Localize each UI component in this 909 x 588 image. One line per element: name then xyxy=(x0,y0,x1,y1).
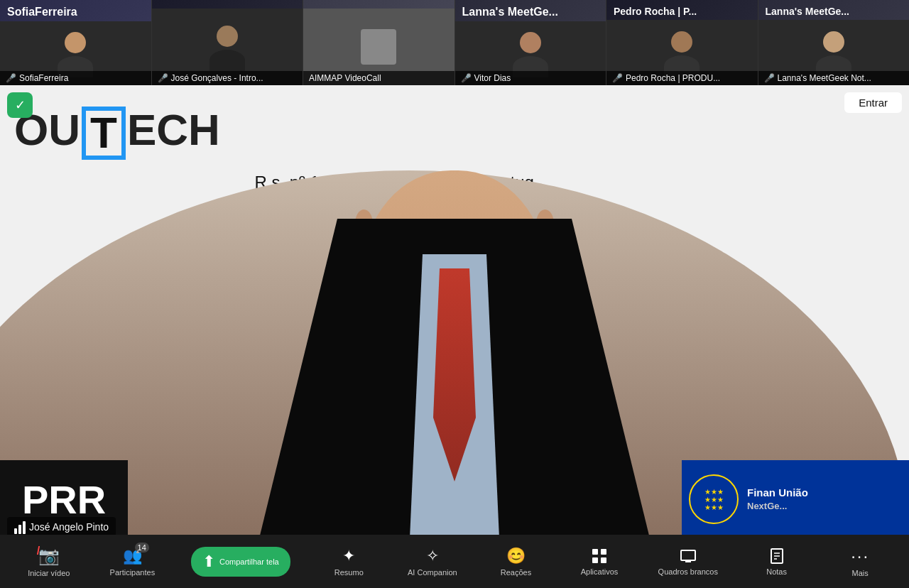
svg-rect-4 xyxy=(681,550,695,560)
reactions-emoji-icon: 😊 xyxy=(506,547,526,565)
nextge-text: NextGe... xyxy=(747,500,808,513)
toolbar-notes-item[interactable]: Notas xyxy=(752,548,802,576)
apps-label: Aplicativos xyxy=(581,567,619,576)
eu-flag: ★★★★★★★★★ xyxy=(689,474,739,524)
share-label: Compartilhar tela xyxy=(219,557,279,566)
avatar-head-vitor xyxy=(520,32,541,53)
mute-icon-vitor: 🎤 xyxy=(461,73,472,83)
label-text-sofia: SofiaFerreira xyxy=(19,73,68,83)
participant-tile-jose[interactable]: 🎤 José Gonçalves - Intro... xyxy=(152,0,304,85)
summary-label: Resumo xyxy=(334,568,364,577)
avatar-body-jose xyxy=(209,50,245,71)
whiteboard-label: Quadros brancos xyxy=(658,567,718,576)
avatar-lanna xyxy=(816,31,851,74)
toolbar-ai-companion-item[interactable]: ✧ AI Companion xyxy=(408,547,457,577)
whiteboard-icon xyxy=(680,548,697,565)
outech-logo: OUTECH xyxy=(14,107,220,160)
toolbar-participants-item[interactable]: 👥 14 ▲ Participantes xyxy=(107,547,157,577)
eu-logo: ★★★★★★★★★ Finan União NextGe... xyxy=(682,460,909,538)
participant-tile-vitor[interactable]: Lanna's MeetGe... 🎤 Vitor Dias xyxy=(455,0,607,85)
toolbar-more-item[interactable]: ··· Mais xyxy=(835,546,885,577)
label-text-aimmap: AIMMAP VideoCall xyxy=(309,73,381,83)
apps-grid-icon xyxy=(591,548,608,565)
mute-icon-jose: 🎤 xyxy=(158,73,168,83)
avatar-head-sofia xyxy=(65,32,86,53)
mute-icon-sofia: 🎤 xyxy=(6,73,16,83)
toolbar: 📷 / ▲ Iniciar vídeo 👥 14 ▲ Participantes… xyxy=(0,535,909,588)
toolbar-reactions-item[interactable]: 😊 Reações xyxy=(491,547,540,577)
prr-text: PRR xyxy=(22,477,106,523)
participant-tile-aimmap[interactable]: AIMMAP VideoCall xyxy=(303,0,455,85)
participant-name-pedro: Pedro Rocha | P... xyxy=(606,0,758,20)
share-arrow-icon: ⬆ xyxy=(202,552,215,571)
entrar-button[interactable]: Entrar xyxy=(844,92,902,113)
svg-rect-3 xyxy=(601,557,606,563)
ai-companion-label: AI Companion xyxy=(408,568,457,577)
svg-rect-0 xyxy=(592,549,598,555)
svg-rect-2 xyxy=(592,557,598,563)
toolbar-summary-item[interactable]: ✦ Resumo xyxy=(324,547,374,577)
avatar-pedro xyxy=(664,31,700,74)
bar-3 xyxy=(23,521,26,534)
toolbar-video-item[interactable]: 📷 / ▲ Iniciar vídeo xyxy=(24,546,74,577)
participants-label: Participantes xyxy=(110,568,156,577)
bar-2 xyxy=(18,525,21,534)
label-bar-sofia: 🎤 SofiaFerreira xyxy=(0,71,151,85)
avatar-jose xyxy=(209,26,245,68)
avatar-head-pedro xyxy=(671,31,692,53)
video-label: Iniciar vídeo xyxy=(28,569,70,577)
avatar-sofia xyxy=(58,32,93,75)
notes-icon xyxy=(768,548,785,565)
mute-slash-icon: / xyxy=(37,545,40,557)
participants-caret-icon[interactable]: ▲ xyxy=(135,548,141,555)
toolbar-whiteboard-item[interactable]: Quadros brancos xyxy=(658,548,718,576)
avatar-head-lanna xyxy=(823,31,844,53)
label-bar-pedro: 🎤 Pedro Rocha | PRODU... xyxy=(606,71,758,85)
participant-tile-lanna[interactable]: Lanna's MeetGe... 🎤 Lanna's MeetGeek Not… xyxy=(758,0,910,85)
video-icon-wrapper: 📷 / ▲ xyxy=(38,546,60,566)
label-bar-aimmap: AIMMAP VideoCall xyxy=(303,71,454,85)
participant-bar: SofiaFerreira 🎤 SofiaFerreira 🎤 José Gon… xyxy=(0,0,909,85)
participant-tile-pedro[interactable]: Pedro Rocha | P... 🎤 Pedro Rocha | PRODU… xyxy=(606,0,758,85)
mute-icon-lanna: 🎤 xyxy=(764,73,775,83)
participant-name-vitor: Lanna's MeetGe... xyxy=(455,0,606,21)
avatar-head-jose xyxy=(217,26,238,47)
participant-tile-sofia[interactable]: SofiaFerreira 🎤 SofiaFerreira xyxy=(0,0,152,85)
participant-name-jose xyxy=(152,0,303,9)
svg-rect-1 xyxy=(601,549,606,555)
aimmap-person-silhouette xyxy=(361,29,396,65)
participants-icon-wrapper: 👥 14 ▲ xyxy=(123,547,142,565)
participant-name-lanna: Lanna's MeetGe... xyxy=(758,0,910,20)
main-video-area: PR I POLO DAS TECNOLOGIAS DE P R s, nº 1… xyxy=(0,0,909,588)
eu-finance-text: Finan União NextGe... xyxy=(747,485,808,513)
share-screen-button[interactable]: ⬆ Compartilhar tela xyxy=(191,547,290,577)
avatar-vitor xyxy=(513,32,548,75)
summary-sparkle-icon: ✦ xyxy=(342,547,355,565)
more-dots-icon: ··· xyxy=(851,546,869,566)
aimmap-video-content xyxy=(361,29,396,65)
toolbar-share-item[interactable]: ⬆ Compartilhar tela xyxy=(191,547,290,577)
label-bar-vitor: 🎤 Vitor Dias xyxy=(455,71,606,85)
toolbar-apps-item[interactable]: Aplicativos xyxy=(575,548,624,576)
label-bar-jose: 🎤 José Gonçalves - Intro... xyxy=(152,71,303,85)
participant-name-aimmap xyxy=(303,0,454,9)
label-text-jose: José Gonçalves - Intro... xyxy=(171,73,263,83)
green-check-badge: ✓ xyxy=(7,92,33,118)
bar-1 xyxy=(14,528,17,534)
mute-icon-pedro: 🎤 xyxy=(612,73,623,83)
notes-label: Notas xyxy=(766,567,787,576)
main-presenter-label: José Angelo Pinto xyxy=(7,517,116,537)
more-label: Mais xyxy=(852,569,869,577)
ai-companion-sparkle-icon: ✧ xyxy=(426,547,439,565)
presenter-name-text: José Angelo Pinto xyxy=(29,521,109,533)
video-caret-icon[interactable]: ▲ xyxy=(53,548,58,554)
reactions-label: Reações xyxy=(501,568,531,577)
participant-name-sofia: SofiaFerreira xyxy=(0,0,151,21)
signal-bars-icon xyxy=(14,520,26,534)
label-text-pedro: Pedro Rocha | PRODU... xyxy=(626,73,720,83)
label-text-lanna: Lanna's MeetGeek Not... xyxy=(778,73,871,83)
label-text-vitor: Vitor Dias xyxy=(474,73,511,83)
label-bar-lanna: 🎤 Lanna's MeetGeek Not... xyxy=(758,71,910,85)
